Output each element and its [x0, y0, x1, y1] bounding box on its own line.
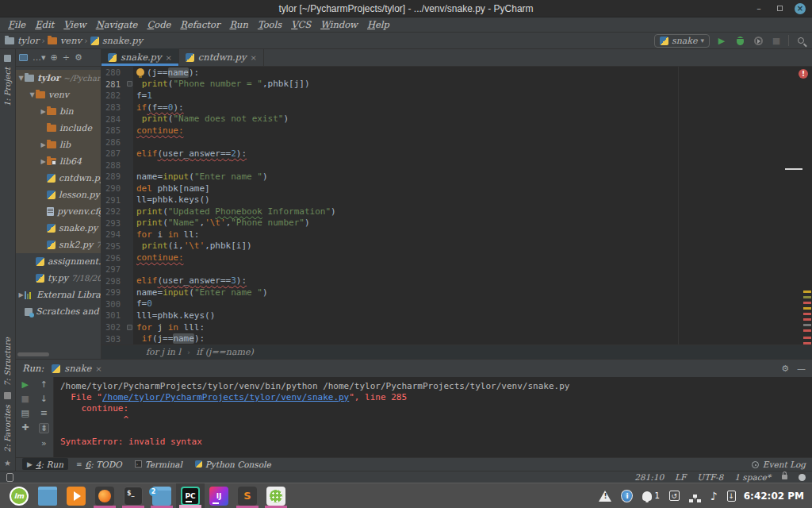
toolwindow-toggle-icon[interactable]: [6, 473, 13, 482]
menu-item-help[interactable]: Help: [362, 19, 394, 30]
breadcrumb-snakepy[interactable]: snake.py: [90, 35, 143, 46]
tree-item-snk2-py[interactable]: snk2.py7/: [16, 237, 101, 253]
breadcrumb-venv[interactable]: venv: [48, 35, 82, 46]
menu-item-edit[interactable]: Edit: [30, 19, 59, 30]
scrollbar-thumb[interactable]: [785, 168, 802, 170]
editor-tab-cntdwn-py[interactable]: cntdwn.py×: [179, 48, 264, 66]
pin-icon[interactable]: ✚: [21, 423, 29, 432]
hide-toolwindow-icon[interactable]: —: [797, 364, 806, 374]
stripe-mark[interactable]: [803, 324, 811, 326]
intention-bulb-icon[interactable]: [136, 68, 144, 76]
search-everywhere-button[interactable]: [795, 34, 807, 47]
close-tab-icon[interactable]: ×: [250, 53, 256, 62]
run-settings-icon[interactable]: ⚙: [781, 364, 789, 374]
chevron-right-icon[interactable]: ▶: [40, 108, 47, 115]
taskbar-app-media-player[interactable]: [62, 483, 90, 508]
chevron-right-icon[interactable]: ▶: [17, 291, 25, 298]
stop-icon[interactable]: ■: [21, 394, 29, 403]
maximize-button[interactable]: [774, 3, 785, 14]
tray-notifications-icon[interactable]: 1: [642, 491, 659, 501]
console-menu-icon[interactable]: ≡: [40, 409, 48, 418]
toolwindow-button-6-TODO[interactable]: ≡6: TODO: [71, 458, 127, 470]
tray-update-shield-icon[interactable]: i: [621, 490, 633, 502]
stripe-mark[interactable]: [803, 291, 811, 293]
stripe-mark[interactable]: [803, 329, 811, 332]
run-config-select[interactable]: snake ▾: [654, 34, 710, 48]
settings-icon[interactable]: ⚙: [75, 53, 82, 62]
readonly-lock-icon[interactable]: [782, 475, 787, 479]
inspections-profile-icon[interactable]: [799, 474, 806, 481]
chevron-right-icon[interactable]: ▶: [40, 141, 47, 148]
tree-item-Scratches-and-Co[interactable]: Scratches and Co: [16, 303, 101, 320]
stripe-tab-project[interactable]: 1: Project: [3, 67, 12, 106]
taskbar-app-app-grid[interactable]: [262, 483, 290, 508]
stripe-mark[interactable]: [803, 342, 811, 344]
tree-item-tylor[interactable]: ▼tylor~/Pycharm...: [16, 70, 101, 87]
taskbar-app-browser[interactable]: [90, 483, 119, 508]
close-tab-icon[interactable]: ×: [165, 53, 171, 62]
tree-item-lesson-py[interactable]: lesson.py: [16, 187, 101, 203]
more-icon[interactable]: …▾: [33, 53, 46, 62]
run-tab[interactable]: snake ×: [52, 363, 102, 374]
run-button[interactable]: ▶: [715, 34, 728, 47]
tree-item-pyvenv-cfg[interactable]: pyvenv.cfg: [16, 203, 101, 220]
stripe-mark[interactable]: [803, 302, 811, 304]
menu-item-run[interactable]: Run: [224, 19, 253, 30]
chevron-right-icon[interactable]: ▶: [40, 158, 47, 165]
tray-system-reports-icon[interactable]: ↺: [669, 491, 680, 501]
tray-warning-icon[interactable]: [599, 491, 611, 502]
tree-item-ty-py[interactable]: ty.py7/18/20,: [16, 270, 101, 287]
event-log-button[interactable]: Event Log: [752, 460, 806, 469]
tray-sound-icon[interactable]: ♪: [710, 490, 718, 502]
favorites-star-icon[interactable]: ★: [4, 459, 11, 468]
menu-item-window[interactable]: Window: [316, 19, 362, 30]
tray-network-icon[interactable]: [689, 495, 701, 498]
tree-item-lib64[interactable]: ▶lib64: [16, 153, 101, 170]
tree-item-include[interactable]: include: [16, 120, 101, 137]
coverage-button[interactable]: [752, 34, 764, 47]
menu-item-refactor[interactable]: Refactor: [175, 19, 224, 30]
taskbar-app-intellij-idea[interactable]: IJ: [205, 483, 233, 508]
line-separator[interactable]: LF: [675, 472, 686, 482]
fold-marker-icon[interactable]: [125, 79, 133, 90]
indent-style[interactable]: 1 space*: [734, 472, 771, 482]
locate-icon[interactable]: ⊕: [51, 53, 58, 62]
up-stack-icon[interactable]: ↑: [40, 380, 48, 389]
taskbar-app-terminal[interactable]: $_: [119, 483, 147, 508]
debug-button[interactable]: [733, 34, 746, 47]
tree-item-snake-py[interactable]: snake.py: [16, 220, 101, 237]
run-console[interactable]: /home/tylor/PycharmProjects/tylor/venv/b…: [54, 377, 812, 457]
screen-icon[interactable]: [19, 54, 28, 61]
stripe-mark[interactable]: [803, 307, 811, 310]
breadcrumb-tylor[interactable]: tylor: [5, 35, 39, 46]
menu-item-file[interactable]: File: [3, 19, 30, 30]
stripe-mark[interactable]: [803, 318, 811, 321]
close-button[interactable]: ×: [795, 3, 806, 14]
chevron-down-icon[interactable]: ▼: [29, 91, 36, 98]
tree-item-venv[interactable]: ▼venv: [16, 87, 101, 103]
editor-breadcrumb-item[interactable]: if (j==name): [197, 347, 254, 357]
tree-item-bin[interactable]: ▶bin: [16, 103, 101, 120]
editor-tab-snake-py[interactable]: snake.py×: [102, 48, 179, 66]
menu-item-navigate[interactable]: Navigate: [91, 19, 143, 30]
console-file-link[interactable]: /home/tylor/PycharmProjects/tylor/venv/s…: [102, 392, 349, 402]
taskbar-clock[interactable]: 6:42:02 PM: [744, 491, 807, 502]
tree-item-External-Librari[interactable]: ▶External Librari: [16, 287, 101, 303]
fold-marker-icon[interactable]: [125, 321, 133, 333]
caret-position[interactable]: 281:10: [634, 472, 664, 482]
tray-power-icon[interactable]: ↓: [727, 491, 736, 502]
taskbar-app-file-manager[interactable]: 2: [147, 483, 176, 508]
close-icon[interactable]: ×: [95, 364, 102, 373]
more-chevron-icon[interactable]: »: [41, 439, 47, 448]
scroll-end-icon[interactable]: ⇟: [39, 423, 49, 433]
menu-item-vcs[interactable]: VCS: [286, 19, 316, 30]
toolwindow-button-Terminal[interactable]: ›Terminal: [130, 458, 187, 470]
stripe-tab-structure[interactable]: 7: Structure: [3, 337, 12, 387]
collapse-all-icon[interactable]: ÷: [63, 53, 70, 62]
taskbar-app-mint-menu[interactable]: lm: [5, 483, 33, 508]
project-hscrollbar-thumb[interactable]: [17, 352, 49, 356]
tree-item-lib[interactable]: ▶lib: [16, 137, 101, 153]
taskbar-app-pycharm[interactable]: PC: [176, 483, 205, 508]
file-encoding[interactable]: UTF-8: [697, 472, 723, 482]
menu-item-code[interactable]: Code: [142, 19, 175, 30]
